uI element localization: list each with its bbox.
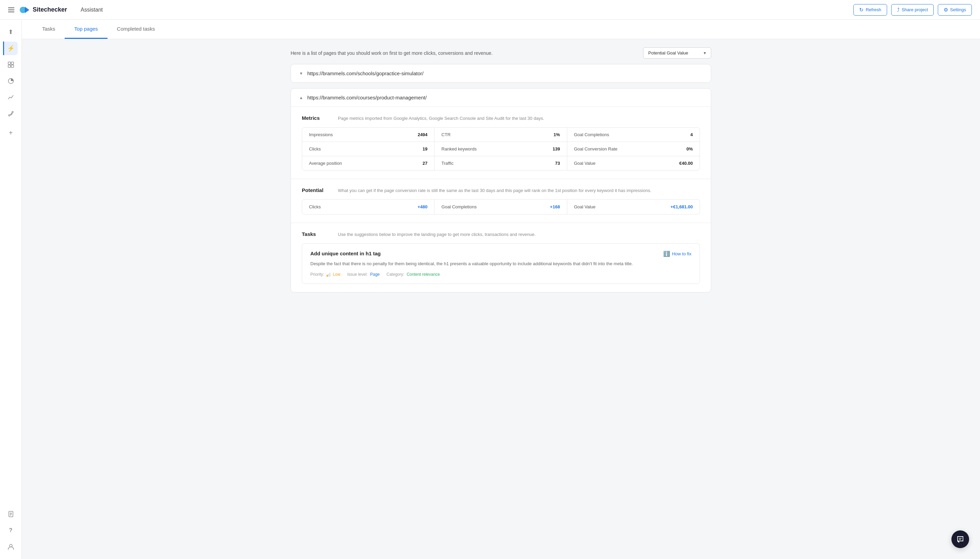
metric-ranked-keywords-label: Ranked keywords: [441, 146, 477, 152]
metrics-header: Metrics Page metrics imported from Googl…: [302, 115, 700, 122]
sidebar-item-pie[interactable]: [4, 74, 18, 88]
metric-clicks: Clicks 19: [302, 142, 434, 156]
task-description: Despite the fact that there is no penalt…: [310, 260, 691, 268]
metric-goal-value: Goal Value €40.00: [567, 156, 700, 170]
page-title: Assistant: [81, 7, 103, 13]
tab-completed[interactable]: Completed tasks: [107, 20, 165, 39]
metric-ctr-label: CTR: [441, 132, 450, 137]
settings-icon: ⚙: [944, 7, 948, 13]
sidebar-item-user[interactable]: [4, 540, 18, 554]
metric-goal-conversion-rate-value: 0%: [686, 146, 693, 152]
metric-traffic-value: 73: [555, 161, 560, 166]
task-meta: Priority: Low Issue level:: [310, 272, 691, 277]
share-button[interactable]: ⤴ Share project: [891, 4, 934, 16]
sort-dropdown-label: Potential Goal Value: [648, 50, 688, 56]
info-icon: ℹ️: [663, 251, 670, 257]
metric-goal-conversion-rate-label: Goal Conversion Rate: [574, 146, 618, 152]
sidebar-item-grid[interactable]: [4, 58, 18, 71]
sidebar: ⬆ ⚡ + ?: [0, 20, 22, 559]
refresh-label: Refresh: [866, 7, 881, 12]
logo-text: Sitechecker: [33, 6, 67, 13]
potential-clicks: Clicks +480: [302, 200, 434, 214]
tabs-bar: Tasks Top pages Completed tasks: [22, 20, 980, 39]
metrics-grid: Impressions 2494 CTR 1% Goal Completions…: [302, 127, 700, 170]
metrics-section: Metrics Page metrics imported from Googl…: [291, 107, 711, 179]
task-meta-category: Category: Content relevance: [386, 272, 440, 277]
sidebar-bottom: ?: [4, 507, 18, 554]
metric-ctr: CTR 1%: [434, 128, 567, 142]
url-card-1-url: https://brammels.com/schools/gopractice-…: [307, 71, 424, 76]
metrics-description: Page metrics imported from Google Analyt…: [338, 115, 544, 122]
task-category-value: Content relevance: [407, 272, 440, 277]
settings-button[interactable]: ⚙ Settings: [938, 4, 972, 16]
url-card-1-header[interactable]: ▼ https://brammels.com/schools/gopractic…: [291, 64, 711, 83]
metric-goal-value-value: €40.00: [679, 161, 693, 166]
potential-goal-completions: Goal Completions +168: [434, 200, 567, 214]
share-label: Share project: [902, 7, 928, 12]
metric-avg-position-value: 27: [422, 161, 427, 166]
potential-description: What you can get if the page conversion …: [338, 187, 651, 194]
chat-button[interactable]: [952, 531, 969, 548]
chevron-up-icon: ▲: [299, 95, 303, 100]
metric-goal-completions: Goal Completions 4: [567, 128, 700, 142]
logo-area: Sitechecker: [20, 5, 67, 15]
metric-avg-position: Average position 27: [302, 156, 434, 170]
how-to-fix-button[interactable]: ℹ️ How to fix: [663, 251, 691, 257]
task-issue-value: Page: [370, 272, 380, 277]
tasks-section: Tasks Use the suggestions below to impro…: [291, 223, 711, 292]
metric-avg-position-label: Average position: [309, 161, 342, 166]
task-title: Add unique content in h1 tag: [310, 251, 381, 256]
url-card-2-header[interactable]: ▲ https://brammels.com/courses/product-m…: [291, 89, 711, 107]
metric-impressions-value: 2494: [417, 132, 427, 137]
potential-goal-value-value: +€1,681.00: [671, 204, 693, 209]
url-card-2: ▲ https://brammels.com/courses/product-m…: [290, 88, 711, 293]
metric-goal-conversion-rate: Goal Conversion Rate 0%: [567, 142, 700, 156]
potential-section: Potential What you can get if the page c…: [291, 179, 711, 223]
settings-label: Settings: [950, 7, 966, 12]
sidebar-item-add[interactable]: +: [4, 126, 18, 140]
metric-ranked-keywords-value: 139: [553, 146, 560, 152]
metric-traffic: Traffic 73: [434, 156, 567, 170]
metric-clicks-value: 19: [422, 146, 427, 152]
sidebar-item-chart[interactable]: [4, 91, 18, 104]
topbar-actions: ↻ Refresh ⤴ Share project ⚙ Settings: [853, 4, 972, 16]
task-card-h1: Add unique content in h1 tag ℹ️ How to f…: [302, 243, 700, 284]
metric-impressions: Impressions 2494: [302, 128, 434, 142]
metric-goal-value-label: Goal Value: [574, 161, 596, 166]
task-priority-value: Low: [333, 272, 340, 277]
main-content: Tasks Top pages Completed tasks Here is …: [22, 20, 980, 559]
potential-goal-completions-label: Goal Completions: [441, 204, 477, 209]
tasks-label: Tasks: [302, 231, 332, 237]
refresh-icon: ↻: [859, 7, 864, 13]
url-card-2-url: https://brammels.com/courses/product-man…: [307, 95, 427, 101]
metric-clicks-label: Clicks: [309, 146, 321, 152]
svg-rect-3: [11, 62, 13, 64]
topbar: Sitechecker Assistant ↻ Refresh ⤴ Share …: [0, 0, 980, 20]
metric-goal-completions-label: Goal Completions: [574, 132, 609, 137]
how-to-fix-label: How to fix: [672, 251, 691, 256]
potential-goal-value-label: Goal Value: [574, 204, 596, 209]
svg-rect-2: [8, 62, 10, 64]
tab-top-pages[interactable]: Top pages: [64, 20, 107, 39]
tasks-description: Use the suggestions below to improve the…: [338, 231, 536, 238]
sidebar-item-link[interactable]: [4, 107, 18, 121]
content-area: Here is a list of pages that you should …: [280, 39, 722, 311]
svg-rect-4: [8, 65, 10, 68]
potential-grid: Clicks +480 Goal Completions +168 Goal V…: [302, 199, 700, 215]
sidebar-item-help[interactable]: ?: [4, 524, 18, 537]
tab-tasks[interactable]: Tasks: [33, 20, 64, 39]
refresh-button[interactable]: ↻ Refresh: [853, 4, 887, 16]
task-card-h1-header: Add unique content in h1 tag ℹ️ How to f…: [310, 251, 691, 257]
page-description-row: Here is a list of pages that you should …: [290, 39, 711, 64]
potential-clicks-label: Clicks: [309, 204, 321, 209]
chevron-right-icon: ▼: [299, 71, 303, 76]
sort-dropdown[interactable]: Potential Goal Value ▾: [643, 47, 711, 59]
menu-icon[interactable]: [8, 8, 14, 12]
metric-goal-completions-value: 4: [690, 132, 693, 137]
potential-goal-completions-value: +168: [550, 204, 560, 209]
svg-point-7: [8, 115, 10, 116]
sidebar-item-pages[interactable]: [4, 507, 18, 521]
sidebar-item-upload[interactable]: ⬆: [4, 25, 18, 39]
sidebar-item-assistant[interactable]: ⚡: [3, 41, 18, 55]
task-meta-issue-level: Issue level: Page: [347, 272, 379, 277]
